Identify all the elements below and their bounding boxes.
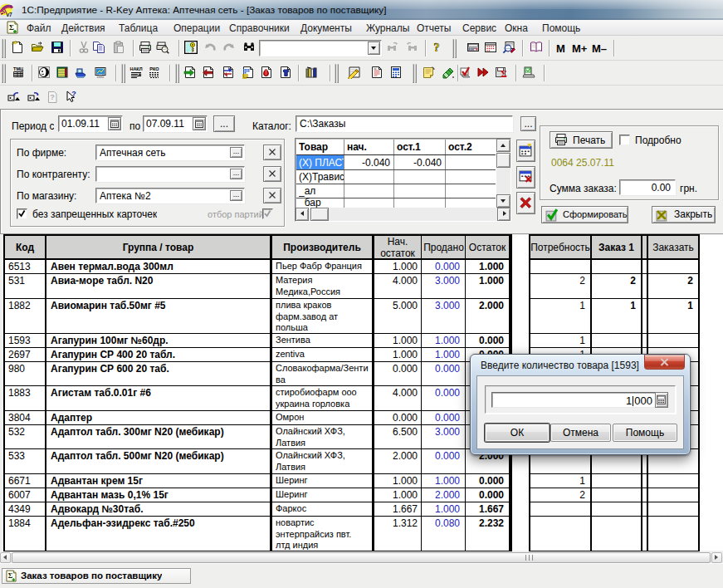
svg-text:ТМЦ: ТМЦ [13,66,23,71]
svg-text:?: ? [71,91,76,98]
svg-text:Σ: Σ [501,68,507,79]
svg-text:РКО: РКО [149,66,159,71]
svg-text:v7: v7 [6,12,12,17]
svg-text:?: ? [434,42,440,54]
svg-text:Σ: Σ [8,572,13,580]
svg-text:Σ: Σ [9,23,14,32]
svg-text:?: ? [50,93,55,101]
svg-text:НАКЛ: НАКЛ [129,66,142,71]
